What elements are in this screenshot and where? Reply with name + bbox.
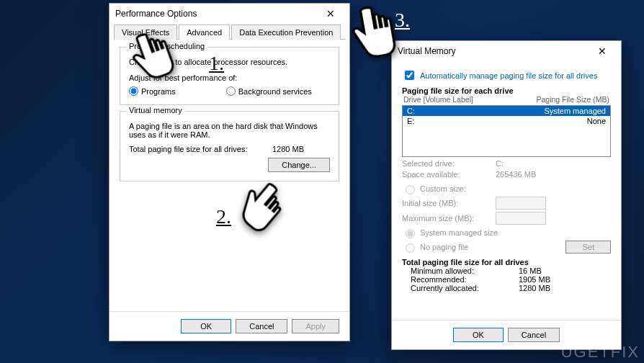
space-value: 265436 MB	[496, 170, 536, 179]
watermark: UGETFIX	[561, 343, 640, 362]
cancel-button[interactable]: Cancel	[508, 328, 560, 342]
vm-total-label: Total paging file size for all drives:	[129, 145, 272, 153]
step-label-3: 3.	[395, 9, 410, 32]
tabs: Visual Effects Advanced Data Execution P…	[114, 24, 345, 40]
tab-body-advanced: Processor scheduling Choose how to alloc…	[109, 40, 349, 194]
initial-input	[496, 197, 546, 210]
drive-value: None	[587, 117, 606, 125]
radio-system-managed	[406, 229, 415, 238]
vm-total-value: 1280 MB	[272, 145, 330, 153]
cancel-button[interactable]: Cancel	[236, 319, 287, 333]
vm-body: Automatically manage paging file size fo…	[392, 61, 621, 300]
change-button[interactable]: Change...	[268, 158, 330, 172]
selected-drive-value: C:	[496, 159, 504, 168]
total-header: Total paging file size for all drives	[402, 258, 611, 266]
virtual-memory-group: Virtual memory A paging file is an area …	[120, 111, 339, 182]
auto-manage-input[interactable]	[405, 71, 414, 80]
maximum-label: Maximum size (MB):	[402, 214, 496, 223]
proc-desc: Choose how to allocate processor resourc…	[129, 58, 330, 66]
rec-label: Recommended:	[411, 275, 519, 284]
set-button: Set	[565, 241, 611, 254]
close-icon[interactable]	[316, 5, 345, 22]
radio-custom	[406, 185, 415, 194]
maximum-input	[496, 212, 546, 225]
drive-list-header: Drive [Volume Label] Paging File Size (M…	[402, 95, 611, 104]
drive-col: Drive [Volume Label]	[403, 95, 536, 104]
vm-desc: A paging file is an area on the hard dis…	[129, 122, 330, 139]
performance-options-dialog: Performance Options Visual Effects Advan…	[109, 3, 350, 341]
rec-value: 1905 MB	[519, 275, 550, 284]
drive-value: System managed	[544, 107, 606, 115]
adjust-label: Adjust for best performance of:	[129, 73, 330, 82]
titlebar: Virtual Memory	[392, 41, 621, 61]
ok-button[interactable]: OK	[453, 328, 504, 342]
min-label: Minimum allowed:	[411, 266, 519, 275]
no-paging-label: No paging file	[420, 243, 468, 251]
tab-visual-effects[interactable]: Visual Effects	[114, 24, 177, 40]
radio-background[interactable]: Background services	[226, 86, 312, 96]
drive-list[interactable]: C: System managed E: None	[402, 105, 611, 157]
apply-button[interactable]: Apply	[292, 319, 339, 333]
radio-background-label: Background services	[238, 87, 312, 96]
drive-row[interactable]: E: None	[403, 116, 610, 126]
tab-advanced[interactable]: Advanced	[179, 24, 230, 40]
ok-button[interactable]: OK	[181, 319, 231, 333]
radio-programs-label: Programs	[141, 87, 176, 96]
size-col: Paging File Size (MB)	[536, 95, 609, 104]
cur-label: Currently allocated:	[411, 284, 519, 292]
group-title: Processor scheduling	[126, 42, 207, 50]
initial-label: Initial size (MB):	[402, 199, 496, 207]
radio-no-paging	[406, 243, 415, 253]
system-managed-label: System managed size	[420, 228, 498, 237]
custom-label: Custom size:	[420, 184, 466, 193]
dialog-title: Virtual Memory	[398, 46, 588, 56]
dialog-actions: OK Cancel Apply	[109, 311, 349, 341]
auto-manage-label: Automatically manage paging file size fo…	[420, 71, 597, 80]
processor-scheduling-group: Processor scheduling Choose how to alloc…	[120, 47, 339, 105]
dialog-title: Performance Options	[115, 9, 316, 19]
virtual-memory-dialog: Virtual Memory Automatically manage pagi…	[391, 40, 622, 350]
radio-programs-input[interactable]	[129, 86, 138, 96]
space-label: Space available:	[402, 170, 496, 179]
selected-drive-label: Selected drive:	[402, 159, 496, 168]
group-title: Virtual memory	[126, 106, 185, 115]
drive-label: E:	[407, 117, 587, 125]
drive-row[interactable]: C: System managed	[403, 106, 610, 116]
cur-value: 1280 MB	[519, 284, 550, 292]
titlebar: Performance Options	[109, 4, 349, 24]
drive-label: C:	[407, 107, 544, 115]
auto-manage-checkbox[interactable]: Automatically manage paging file size fo…	[402, 68, 611, 82]
tab-dep[interactable]: Data Execution Prevention	[231, 24, 341, 40]
pfs-group-label: Paging file size for each drive	[402, 86, 611, 95]
min-value: 16 MB	[519, 266, 542, 275]
radio-background-input[interactable]	[226, 86, 236, 96]
radio-programs[interactable]: Programs	[129, 86, 176, 96]
close-icon[interactable]	[588, 42, 617, 60]
